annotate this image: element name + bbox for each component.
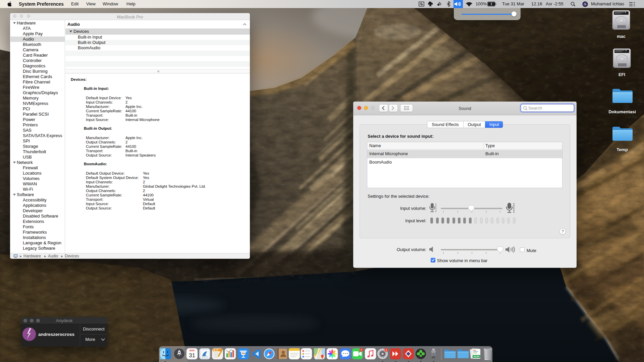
svg-text:7: 7	[361, 349, 362, 352]
svg-text:MAR: MAR	[190, 349, 195, 352]
svg-text:1: 1	[386, 349, 387, 352]
svg-text:31: 31	[189, 352, 195, 359]
svg-text:XLSX: XLSX	[474, 355, 480, 358]
